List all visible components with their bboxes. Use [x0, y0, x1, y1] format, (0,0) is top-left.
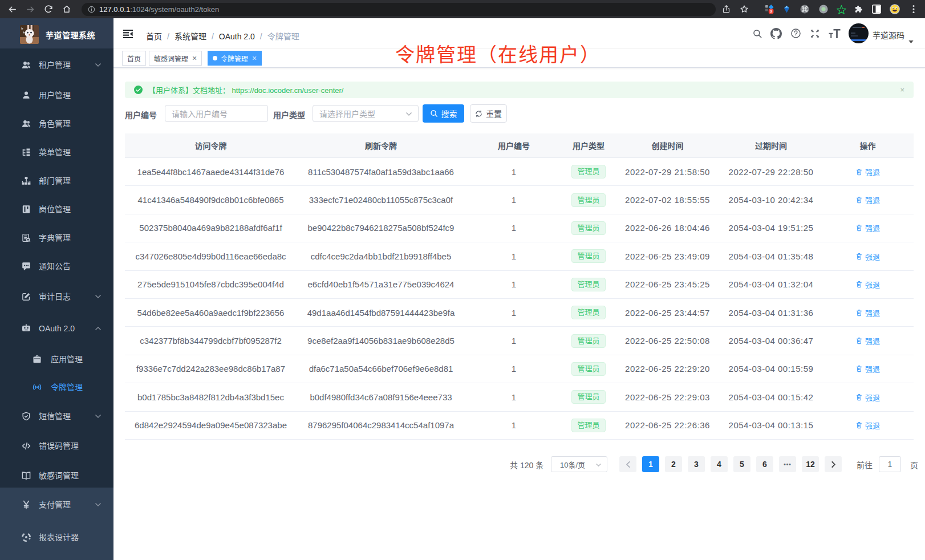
svg-text:9: 9: [770, 9, 772, 14]
